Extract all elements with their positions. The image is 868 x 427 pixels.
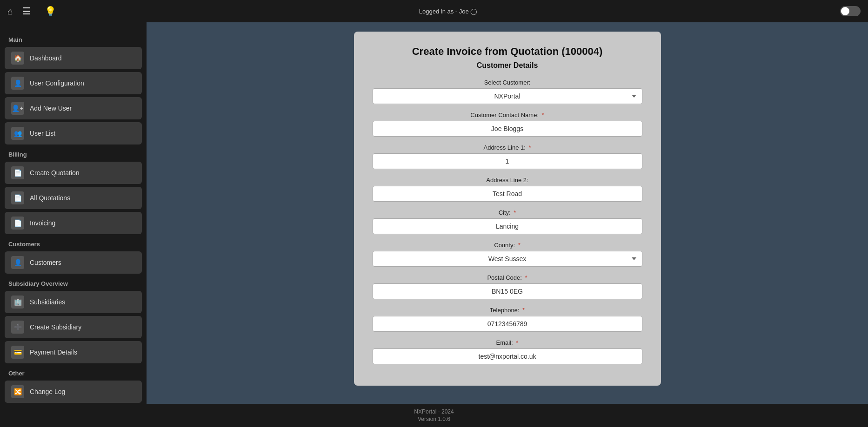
- required-marker: *: [528, 144, 531, 151]
- customers-icon: 👤: [11, 256, 24, 269]
- sidebar: Main 🏠 Dashboard 👤 User Configuration 👤+…: [0, 22, 147, 404]
- user-list-icon: 👥: [11, 127, 24, 140]
- sidebar-section-main: Main 🏠 Dashboard 👤 User Configuration 👤+…: [5, 36, 142, 145]
- create-quotation-icon: 📄: [11, 166, 24, 179]
- form-card: Create Invoice from Quotation (100004) C…: [354, 32, 661, 386]
- section-label-subsidiary: Subsidiary Overview: [8, 280, 142, 287]
- telephone-input[interactable]: [373, 316, 642, 332]
- required-marker: *: [525, 274, 527, 281]
- field-group-postal-code: Postal Code: *: [373, 274, 642, 299]
- subsidiaries-icon: 🏢: [11, 296, 24, 309]
- contact-name-input[interactable]: [373, 121, 642, 137]
- change-log-icon: 🔀: [11, 385, 24, 398]
- form-title: Create Invoice from Quotation (100004): [373, 46, 642, 58]
- bulb-icon[interactable]: 💡: [45, 6, 56, 17]
- topbar-left: ⌂ ☰ 💡: [7, 6, 56, 17]
- field-group-address2: Address Line 2:: [373, 177, 642, 202]
- city-input[interactable]: [373, 218, 642, 234]
- footer-line2: Version 1.0.6: [4, 416, 864, 422]
- label-contact-name: Customer Contact Name: *: [373, 112, 642, 118]
- required-marker: *: [522, 307, 525, 314]
- section-label-other: Other: [8, 370, 142, 377]
- footer-line1: NXPortal - 2024: [4, 408, 864, 415]
- field-group-email: Email: *: [373, 339, 642, 364]
- payment-details-icon: 💳: [11, 346, 24, 359]
- sidebar-item-label: Create Quotation: [30, 169, 80, 177]
- sidebar-item-label: All Quotations: [30, 194, 70, 202]
- sidebar-section-customers: Customers 👤 Customers: [5, 241, 142, 274]
- sidebar-item-label: User Configuration: [30, 79, 84, 87]
- content-area: Create Invoice from Quotation (100004) C…: [147, 22, 868, 404]
- sidebar-item-customers[interactable]: 👤 Customers: [5, 251, 142, 274]
- label-postal-code: Postal Code: *: [373, 274, 642, 281]
- hamburger-icon[interactable]: ☰: [22, 6, 31, 17]
- topbar: ⌂ ☰ 💡 Logged in as - Joe ◯: [0, 0, 868, 22]
- sidebar-item-label: Create Subsidiary: [30, 323, 81, 331]
- sidebar-section-billing: Billing 📄 Create Quotation 📄 All Quotati…: [5, 151, 142, 234]
- label-address2: Address Line 2:: [373, 177, 642, 184]
- logged-in-text: Logged in as - Joe ◯: [419, 8, 478, 15]
- postal-code-input[interactable]: [373, 283, 642, 299]
- address2-input[interactable]: [373, 186, 642, 202]
- required-marker: *: [518, 242, 521, 249]
- field-group-telephone: Telephone: *: [373, 307, 642, 332]
- label-address1: Address Line 1: *: [373, 144, 642, 151]
- label-county: County: *: [373, 242, 642, 249]
- field-group-city: City: *: [373, 209, 642, 234]
- form-subtitle: Customer Details: [373, 61, 642, 70]
- section-label-main: Main: [8, 36, 142, 43]
- add-user-icon: 👤+: [11, 102, 24, 115]
- toggle-knob: [841, 7, 849, 15]
- field-group-select-customer: Select Customer: NXPortal: [373, 79, 642, 104]
- section-label-billing: Billing: [8, 151, 142, 158]
- main-layout: Main 🏠 Dashboard 👤 User Configuration 👤+…: [0, 22, 868, 404]
- required-marker: *: [542, 112, 544, 118]
- all-quotations-icon: 📄: [11, 191, 24, 204]
- sidebar-item-change-log[interactable]: 🔀 Change Log: [5, 381, 142, 403]
- sidebar-item-label: Customers: [30, 259, 61, 266]
- sidebar-item-subsidiaries[interactable]: 🏢 Subsidiaries: [5, 291, 142, 313]
- sidebar-item-invoicing[interactable]: 📄 Invoicing: [5, 212, 142, 234]
- field-group-contact-name: Customer Contact Name: *: [373, 112, 642, 137]
- label-select-customer: Select Customer:: [373, 79, 642, 86]
- home-icon[interactable]: ⌂: [7, 6, 13, 17]
- sidebar-item-label: User List: [30, 130, 55, 137]
- county-dropdown[interactable]: West Sussex: [373, 251, 642, 267]
- sidebar-item-payment-details[interactable]: 💳 Payment Details: [5, 341, 142, 363]
- create-subsidiary-icon: ➕: [11, 321, 24, 334]
- label-email: Email: *: [373, 339, 642, 346]
- sidebar-item-dashboard[interactable]: 🏠 Dashboard: [5, 47, 142, 69]
- address1-input[interactable]: [373, 153, 642, 169]
- theme-toggle[interactable]: [840, 6, 861, 16]
- dashboard-icon: 🏠: [11, 52, 24, 65]
- sidebar-item-add-new-user[interactable]: 👤+ Add New User: [5, 97, 142, 119]
- invoicing-icon: 📄: [11, 217, 24, 230]
- sidebar-item-user-list[interactable]: 👥 User List: [5, 122, 142, 145]
- sidebar-item-label: Change Log: [30, 388, 65, 395]
- sidebar-item-create-quotation[interactable]: 📄 Create Quotation: [5, 162, 142, 184]
- field-group-address1: Address Line 1: *: [373, 144, 642, 169]
- sidebar-item-label: Dashboard: [30, 54, 62, 62]
- label-city: City: *: [373, 209, 642, 216]
- section-label-customers: Customers: [8, 241, 142, 248]
- field-group-county: County: * West Sussex: [373, 242, 642, 267]
- sidebar-item-label: Subsidiaries: [30, 298, 65, 306]
- topbar-right: [840, 6, 861, 16]
- sidebar-item-user-configuration[interactable]: 👤 User Configuration: [5, 72, 142, 94]
- required-marker: *: [516, 339, 518, 346]
- required-marker: *: [514, 209, 516, 216]
- footer: NXPortal - 2024 Version 1.0.6: [0, 404, 868, 427]
- label-telephone: Telephone: *: [373, 307, 642, 314]
- sidebar-section-subsidiary: Subsidiary Overview 🏢 Subsidiaries ➕ Cre…: [5, 280, 142, 363]
- email-input[interactable]: [373, 348, 642, 364]
- sidebar-item-all-quotations[interactable]: 📄 All Quotations: [5, 187, 142, 209]
- user-config-icon: 👤: [11, 77, 24, 90]
- sidebar-section-other: Other 🔀 Change Log: [5, 370, 142, 403]
- sidebar-item-label: Invoicing: [30, 219, 55, 227]
- select-customer-dropdown[interactable]: NXPortal: [373, 88, 642, 104]
- sidebar-item-label: Add New User: [30, 105, 72, 112]
- sidebar-item-create-subsidiary[interactable]: ➕ Create Subsidiary: [5, 316, 142, 338]
- sidebar-item-label: Payment Details: [30, 348, 77, 356]
